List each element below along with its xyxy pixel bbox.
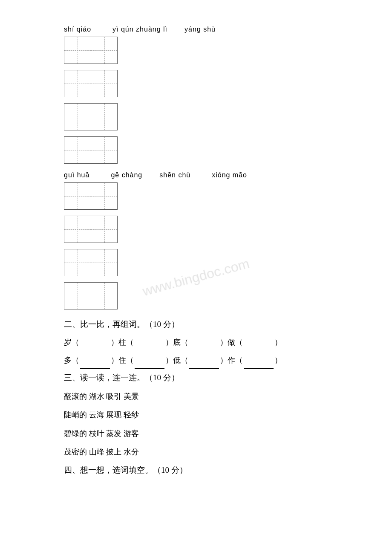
char-cell[interactable] — [91, 216, 117, 243]
char-cell[interactable] — [91, 249, 117, 276]
char-cell[interactable] — [91, 104, 117, 130]
blank-sui[interactable] — [80, 351, 110, 351]
connect-row2: 陡峭的 云海 展现 轻纱 — [64, 406, 328, 424]
pinyin-ge-chang: gē chàng — [111, 171, 142, 179]
pinyin-gui-hua: guì huā — [64, 171, 89, 179]
section3-row2: 多（）住（）低（）作（） — [64, 352, 328, 369]
connect-row3: 碧绿的 枝叶 蒸发 游客 — [64, 425, 328, 443]
blank-di[interactable] — [189, 351, 219, 351]
section4-title: 三、读一读，连一连。（10 分） — [64, 372, 328, 383]
blank-zhu[interactable] — [135, 351, 164, 351]
blank-zuo2[interactable] — [244, 368, 274, 369]
blank-zhu2[interactable] — [135, 368, 164, 369]
pinyin-shi-qiao: shí qiáo — [64, 26, 91, 33]
connect-row4: 茂密的 山峰 披上 水分 — [64, 443, 328, 461]
char-cell[interactable] — [91, 70, 117, 97]
char-box-row1 — [64, 37, 118, 64]
pinyin-yang-shu: yáng shù — [184, 26, 216, 33]
char-cell[interactable] — [64, 183, 91, 209]
char-box-row8 — [64, 282, 118, 309]
char-cell[interactable] — [91, 37, 117, 64]
char-box-row7 — [64, 249, 118, 276]
connect-row1: 翻滚的 湖水 吸引 美景 — [64, 387, 328, 406]
section5: 四、想一想，选词填空。（10 分） — [64, 465, 328, 476]
blank-zuo1[interactable] — [244, 351, 274, 351]
char-cell[interactable] — [91, 137, 117, 163]
section5-title: 四、想一想，选词填空。（10 分） — [64, 465, 328, 476]
char-cell[interactable] — [64, 137, 91, 163]
section1: shí qiáo yì qún zhuàng lì yáng shù — [64, 26, 328, 170]
section4: 三、读一读，连一连。（10 分） 翻滚的 湖水 吸引 美景 陡峭的 云海 展现 … — [64, 372, 328, 461]
char-cell[interactable] — [64, 70, 91, 97]
pinyin-xiong-mao: xióng māo — [212, 171, 247, 179]
char-cell[interactable] — [64, 283, 91, 309]
section3: 二、比一比，再组词。（10 分） 岁（）柱（）底（）做（） 多（）住（）低（）作… — [64, 319, 328, 369]
char-cell[interactable] — [64, 249, 91, 276]
section2: guì huā gē chàng shēn chù xióng māo — [64, 171, 328, 315]
section3-row1: 岁（）柱（）底（）做（） — [64, 334, 328, 351]
char-box-row3 — [64, 103, 118, 130]
blank-duo[interactable] — [80, 368, 110, 369]
section2-pinyin: guì huā gē chàng shēn chù xióng māo — [64, 171, 328, 179]
char-cell[interactable] — [64, 216, 91, 243]
char-cell[interactable] — [64, 104, 91, 130]
char-cell[interactable] — [91, 283, 117, 309]
char-box-row4 — [64, 136, 118, 164]
pinyin-shen-chu: shēn chù — [159, 171, 190, 179]
char-box-row6 — [64, 216, 118, 243]
char-box-row5 — [64, 182, 118, 210]
section1-pinyin: shí qiáo yì qún zhuàng lì yáng shù — [64, 26, 328, 33]
section3-title: 二、比一比，再组词。（10 分） — [64, 319, 328, 330]
pinyin-yi-qun: yì qún zhuàng lì — [112, 26, 167, 33]
char-cell[interactable] — [64, 37, 91, 64]
blank-di2[interactable] — [189, 368, 219, 369]
char-cell[interactable] — [91, 183, 117, 209]
char-box-row2 — [64, 70, 118, 97]
